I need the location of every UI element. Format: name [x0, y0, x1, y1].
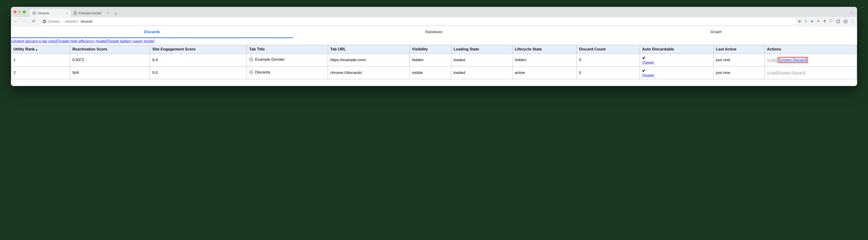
check-icon: ✔	[642, 68, 646, 73]
cell-rank: 1	[11, 54, 70, 66]
kebab-menu-icon[interactable]: ⋮	[851, 19, 855, 24]
table-header-row: Utility Rank▲ Reactivation Score Site En…	[11, 45, 857, 54]
bookmark-star-icon[interactable]: ★	[810, 19, 813, 24]
col-actions[interactable]: Actions	[765, 45, 857, 54]
toggle-battery-saver-link[interactable]: [Toggle battery saver mode]	[106, 39, 154, 43]
col-visibility[interactable]: Visibility	[410, 45, 451, 54]
check-icon: ✔	[642, 56, 646, 60]
zoom-icon[interactable]: ⊕	[798, 19, 801, 24]
col-loading-state[interactable]: Loading State	[451, 45, 513, 54]
cell-discard-count: 0	[577, 66, 640, 79]
table-row: 2 N/A 0.0 Discards chrome://discards/ vi…	[11, 66, 857, 79]
urgent-discard-action[interactable]: [Urgent Discard]	[779, 58, 807, 62]
cell-title-text: Example Domain	[255, 57, 284, 62]
back-button[interactable]: ←	[13, 18, 20, 25]
cell-lifecycle: hidden	[513, 54, 577, 66]
browser-tab-0[interactable]: Discards ×	[30, 9, 71, 17]
view-tab-database[interactable]: Database	[293, 26, 575, 38]
new-tab-button[interactable]: +	[113, 10, 119, 17]
cell-discard-count: 0	[577, 54, 640, 66]
browser-window: Discards × Example Domain × + ⌄ ← → ⟳ Ch…	[11, 7, 857, 86]
sort-asc-icon: ▲	[35, 48, 38, 51]
cell-last-active: just now	[713, 66, 765, 79]
omnibox-scheme-label: Chrome	[48, 20, 60, 23]
tab-strip: Discards × Example Domain × +	[30, 7, 119, 17]
col-reactivation-score[interactable]: Reactivation Score	[70, 45, 150, 54]
extensions-icon[interactable]: ✦	[817, 19, 820, 24]
toggle-auto-discard-link[interactable]: [Toggle]	[642, 73, 711, 77]
cell-visibility: visible	[410, 66, 451, 79]
cell-loading: loaded	[451, 54, 513, 66]
cell-auto-discardable: ✔ [Toggle]	[640, 66, 713, 79]
omnibox-url-path: discards	[81, 20, 93, 23]
col-utility-rank[interactable]: Utility Rank▲	[11, 45, 70, 54]
load-action[interactable]: [Load]	[767, 58, 778, 62]
toggle-high-efficiency-link[interactable]: [Toggle high efficiency mode]	[57, 39, 106, 43]
reload-button[interactable]: ⟳	[31, 18, 37, 25]
omnibox[interactable]: Chrome | chrome://discards	[39, 18, 796, 25]
cell-reactivation: 0.8372	[70, 54, 150, 66]
side-panel-icon[interactable]	[836, 20, 840, 24]
close-window-button[interactable]	[14, 10, 17, 13]
globe-icon	[32, 11, 36, 15]
labs-icon[interactable]: ⚗	[823, 19, 826, 24]
shield-icon[interactable]: ⛉	[829, 20, 833, 24]
col-lifecycle-state[interactable]: Lifecycle State	[513, 45, 577, 54]
col-label: Utility Rank	[13, 47, 35, 51]
col-site-engagement[interactable]: Site Engagement Score	[150, 45, 247, 54]
col-tab-url[interactable]: Tab URL	[328, 45, 409, 54]
view-tabs: Discards Database Graph	[11, 26, 857, 38]
cell-lifecycle: active	[513, 66, 577, 79]
tab-title: Discards	[38, 11, 50, 15]
forward-button[interactable]: →	[22, 18, 28, 25]
profile-avatar[interactable]	[843, 19, 848, 24]
cell-visibility: hidden	[410, 54, 451, 66]
globe-icon	[249, 70, 253, 74]
col-tab-title[interactable]: Tab Title	[247, 45, 328, 54]
cell-url: chrome://discards/	[328, 66, 409, 79]
cell-auto-discardable: ✔ [Toggle]	[640, 54, 713, 66]
page-content: Discards Database Graph [Urgent discard …	[11, 26, 857, 86]
omnibox-url-prefix: chrome://	[65, 20, 78, 23]
close-tab-icon[interactable]: ×	[66, 11, 68, 15]
cell-title: Example Domain	[247, 54, 328, 66]
tab-overflow-button[interactable]: ⌄	[849, 10, 854, 14]
cell-reactivation: N/A	[70, 66, 150, 79]
discards-table: Utility Rank▲ Reactivation Score Site En…	[11, 45, 857, 79]
share-icon[interactable]: ⇪	[804, 19, 807, 24]
toolbar: ← → ⟳ Chrome | chrome://discards ⊕ ⇪ ★ ✦…	[11, 17, 857, 26]
cell-engagement: 0.0	[150, 66, 247, 79]
globe-icon	[249, 58, 253, 62]
toolbar-actions: ⊕ ⇪ ★ ✦ ⚗ ⛉ ⋮	[798, 19, 855, 24]
toggle-auto-discard-link[interactable]: [Toggle]	[642, 60, 711, 64]
urgent-discard-now-link[interactable]: [Urgent discard a tab now]	[11, 39, 57, 43]
cell-title: Discards	[247, 66, 328, 79]
cell-rank: 2	[11, 66, 70, 79]
cell-last-active: just now	[713, 54, 765, 66]
view-tab-discards[interactable]: Discards	[11, 26, 293, 38]
cell-actions: [Load][Urgent Discard]	[765, 66, 857, 79]
close-tab-icon[interactable]: ×	[107, 11, 109, 15]
tab-title: Example Domain	[79, 11, 101, 15]
minimize-window-button[interactable]	[18, 10, 21, 13]
col-last-active[interactable]: Last Active	[713, 45, 765, 54]
traffic-lights	[14, 10, 26, 13]
zoom-window-button[interactable]	[23, 10, 26, 13]
omnibox-separator: |	[62, 20, 63, 23]
table-row: 1 0.8372 6.4 Example Domain https://exam…	[11, 54, 857, 66]
chrome-icon	[42, 20, 46, 23]
globe-icon	[73, 11, 77, 15]
highlight-box: [Urgent Discard]	[778, 57, 808, 63]
load-action[interactable]: [Load]	[767, 70, 778, 75]
titlebar: Discards × Example Domain × + ⌄	[11, 7, 857, 17]
page-action-links: [Urgent discard a tab now][Toggle high e…	[11, 38, 857, 45]
cell-engagement: 6.4	[150, 54, 247, 66]
cell-url: https://example.com/	[328, 54, 409, 66]
urgent-discard-action[interactable]: [Urgent Discard]	[778, 70, 806, 75]
cell-title-text: Discards	[255, 70, 270, 74]
col-auto-discardable[interactable]: Auto Discardable	[640, 45, 713, 54]
col-discard-count[interactable]: Discard Count	[577, 45, 640, 54]
view-tab-graph[interactable]: Graph	[575, 26, 857, 38]
browser-tab-1[interactable]: Example Domain ×	[71, 9, 112, 17]
cell-actions: [Load][Urgent Discard]	[765, 54, 857, 66]
